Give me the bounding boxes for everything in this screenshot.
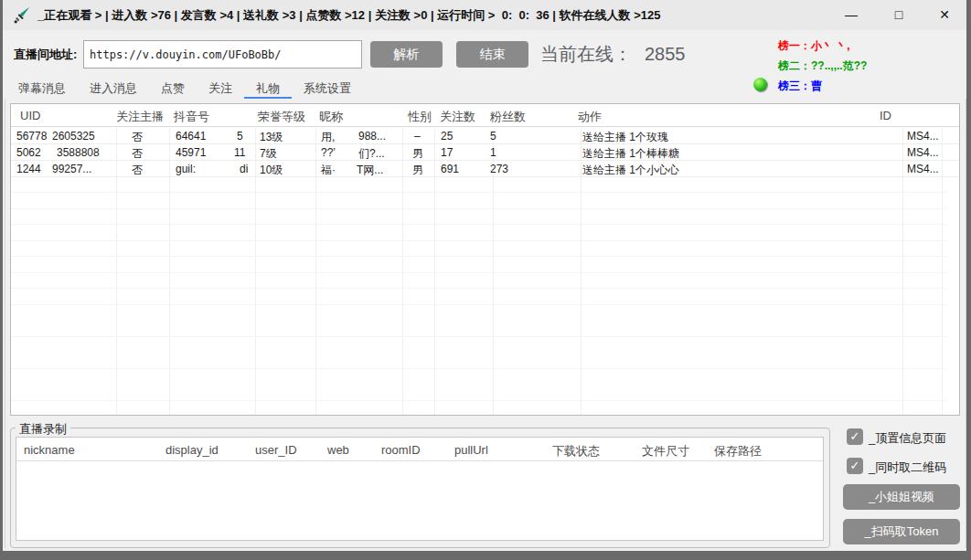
parse-button[interactable]: 解析 xyxy=(370,41,443,68)
scan-token-button[interactable]: _扫码取Token xyxy=(843,519,960,544)
gift-row[interactable]: 5062 3588808 否 45971 11 7级 ??’ 们?... 男 1… xyxy=(11,144,959,161)
cell-douyin: 64641 xyxy=(176,130,206,143)
app-window: _正在观看 > | 进入数 >76 | 发言数 >4 | 送礼数 >3 | 点赞… xyxy=(0,0,971,560)
cell-nick2: T网... xyxy=(357,163,383,178)
cell-nick: 用, xyxy=(321,130,335,145)
window-title: _正在观看 > | 进入数 >76 | 发言数 >4 | 送礼数 >3 | 点赞… xyxy=(37,7,660,24)
cell-gender: 男 xyxy=(412,163,423,178)
cell-uid: 1244 xyxy=(16,163,41,175)
close-button[interactable]: ✕ xyxy=(923,0,966,30)
qrcode-checkbox[interactable]: ✓ xyxy=(847,458,863,474)
cell-follows: 17 xyxy=(441,146,453,159)
cell-uid: 5062 xyxy=(16,146,41,159)
cell-douyin2: di xyxy=(240,163,248,175)
cell-level: 7级 xyxy=(260,146,277,162)
cell-id: MS4... xyxy=(907,146,939,159)
cell-nick: ??’ xyxy=(321,146,336,159)
cell-fans: 5 xyxy=(490,130,496,143)
qrcode-label: _同时取二维码 xyxy=(869,460,946,476)
girl-video-button[interactable]: _小姐姐视频 xyxy=(843,484,960,510)
cell-gender: – xyxy=(414,130,421,143)
cell-id: MS4... xyxy=(907,163,939,175)
tab-like[interactable]: 点赞 xyxy=(149,79,197,99)
sword-icon xyxy=(13,6,31,25)
cell-uid2: 99257... xyxy=(52,163,91,175)
cell-follows: 691 xyxy=(441,163,459,175)
tab-settings[interactable]: 系统设置 xyxy=(292,79,363,99)
col-follows: 关注数 xyxy=(440,109,475,125)
rec-col-web: web xyxy=(327,443,349,457)
cell-nick2: 988... xyxy=(358,130,386,143)
cell-id: MS4... xyxy=(907,130,939,143)
col-nick: 昵称 xyxy=(319,109,343,125)
col-fans: 粉丝数 xyxy=(490,109,526,125)
rec-col-display-id: display_id xyxy=(165,443,219,457)
empty-grid-rows xyxy=(11,177,946,415)
cell-action: 送给主播 1个玫瑰 xyxy=(582,130,668,145)
room-url-input[interactable] xyxy=(83,40,362,69)
tab-follow[interactable]: 关注 xyxy=(197,79,244,99)
cell-uid: 56778 xyxy=(16,130,47,143)
rec-col-status: 下载状态 xyxy=(552,443,600,460)
online-label: 当前在线： xyxy=(540,44,632,64)
cell-follow: 否 xyxy=(132,163,143,178)
cell-action: 送给主播 1个小心心 xyxy=(582,163,679,178)
minimize-button[interactable]: — xyxy=(830,0,872,30)
gift-table-header: UID 关注主播 抖音号 荣誉等级 昵称 性别 关注数 粉丝数 动作 ID xyxy=(11,104,959,127)
title-bar: _正在观看 > | 进入数 >76 | 发言数 >4 | 送礼数 >3 | 点赞… xyxy=(3,0,966,30)
cell-level: 10级 xyxy=(260,163,283,178)
leaderboard-rank3: 榜三：曹 xyxy=(778,79,822,94)
cell-follows: 25 xyxy=(441,130,453,143)
rec-col-filesize: 文件尺寸 xyxy=(642,443,689,460)
cell-action: 送给主播 1个棒棒糖 xyxy=(582,146,679,162)
tab-bar: 弹幕消息 进入消息 点赞 关注 礼物 系统设置 xyxy=(6,79,363,99)
col-action: 动作 xyxy=(578,109,602,125)
col-douyin: 抖音号 xyxy=(174,109,209,125)
rec-col-nickname: nickname xyxy=(24,443,75,457)
col-follow: 关注主播 xyxy=(116,109,164,125)
cell-follow: 否 xyxy=(132,130,143,145)
cell-douyin: guil: xyxy=(176,163,196,175)
cell-nick: 福· xyxy=(321,163,336,178)
rec-col-savepath: 保存路径 xyxy=(714,443,762,460)
gift-row[interactable]: 1244 99257... 否 guil: di 10级 福· T网... 男 … xyxy=(11,161,959,177)
col-gender: 性别 xyxy=(408,109,432,125)
leaderboard-rank1: 榜一：小丶 丶, xyxy=(778,38,850,54)
pin-info-checkbox[interactable]: ✓ xyxy=(847,428,863,445)
rec-col-roomid: roomID xyxy=(381,443,421,457)
rec-col-pullurl: pullUrl xyxy=(454,443,488,457)
stop-button[interactable]: 结束 xyxy=(456,41,528,68)
recording-group-label: 直播录制 xyxy=(16,421,70,438)
cell-follow: 否 xyxy=(132,146,143,162)
cell-uid2: 2605325 xyxy=(52,130,95,143)
online-count: 2855 xyxy=(645,44,686,64)
cell-gender: 男 xyxy=(412,146,423,162)
online-counter: 当前在线：2855 xyxy=(540,42,686,67)
tab-gift[interactable]: 礼物 xyxy=(244,79,292,99)
cell-uid2: 3588808 xyxy=(57,146,100,159)
leaderboard-rank2: 榜二：??..,,..范?? xyxy=(778,58,867,74)
status-ball-icon xyxy=(753,78,767,91)
room-url-label: 直播间地址: xyxy=(14,47,77,63)
pin-info-label: _顶置信息页面 xyxy=(869,430,946,447)
col-id: ID xyxy=(880,109,891,122)
rec-col-user-id: user_ID xyxy=(255,443,297,457)
cell-douyin: 45971 xyxy=(176,146,206,159)
gift-table: UID 关注主播 抖音号 荣誉等级 昵称 性别 关注数 粉丝数 动作 ID 56… xyxy=(10,103,960,416)
recording-table: nickname display_id user_ID web roomID p… xyxy=(16,437,824,541)
cell-fans: 1 xyxy=(490,146,496,159)
tab-danmu[interactable]: 弹幕消息 xyxy=(6,79,78,99)
cell-nick2: 们?... xyxy=(358,146,385,162)
cell-douyin2: 5 xyxy=(237,130,243,143)
cell-level: 13级 xyxy=(260,130,283,145)
maximize-button[interactable]: □ xyxy=(878,0,920,30)
col-uid: UID xyxy=(20,109,40,122)
tab-enter[interactable]: 进入消息 xyxy=(78,79,149,99)
cell-douyin2: 11 xyxy=(234,146,245,159)
gift-row[interactable]: 56778 2605325 否 64641 5 13级 用, 988... – … xyxy=(11,128,959,144)
recording-table-header: nickname display_id user_ID web roomID p… xyxy=(16,438,823,461)
col-level: 荣誉等级 xyxy=(258,109,305,125)
cell-fans: 273 xyxy=(490,163,508,175)
